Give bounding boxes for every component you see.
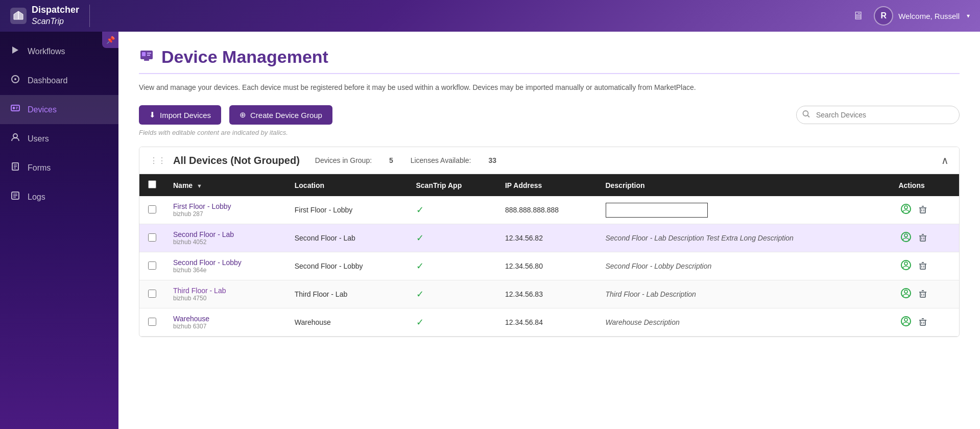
svg-rect-55 <box>920 320 925 325</box>
logs-icon <box>10 190 20 203</box>
sidebar-item-dashboard[interactable]: Dashboard <box>0 66 118 95</box>
actions-cell <box>890 196 959 224</box>
device-model: bizhub 6307 <box>173 323 278 330</box>
description-input[interactable] <box>606 203 708 218</box>
ip-address: 12.34.56.83 <box>497 280 597 308</box>
app-name: DispatcherScanTrip <box>32 5 79 27</box>
forms-icon <box>10 161 20 174</box>
create-group-label: Create Device Group <box>250 111 322 120</box>
row-checkbox[interactable] <box>148 261 156 270</box>
col-actions: Actions <box>890 174 959 196</box>
device-model: bizhub 287 <box>173 210 278 218</box>
check-icon: ✓ <box>416 317 424 327</box>
check-icon: ✓ <box>416 205 424 215</box>
search-container <box>796 106 960 124</box>
device-location: Warehouse <box>286 308 408 337</box>
register-button[interactable] <box>900 288 912 301</box>
svg-point-4 <box>14 78 16 80</box>
table-row: Second Floor - Labbizhub 4052Second Floo… <box>139 224 959 252</box>
sidebar: 📌 Workflows Dashboard <box>0 32 118 429</box>
welcome-text: Welcome, Russell <box>898 12 960 20</box>
col-scantrip: ScanTrip App <box>408 174 497 196</box>
create-device-group-button[interactable]: ⊕ Create Device Group <box>229 105 332 125</box>
row-checkbox[interactable] <box>148 290 156 298</box>
svg-point-54 <box>904 318 907 321</box>
description-cell: Second Floor - Lobby Description <box>597 252 891 280</box>
register-button[interactable] <box>900 203 912 217</box>
svg-rect-5 <box>11 105 19 111</box>
row-checkbox[interactable] <box>148 233 156 242</box>
table-row: Second Floor - Lobbybizhub 364eSecond Fl… <box>139 252 959 280</box>
select-all-checkbox[interactable] <box>148 180 156 188</box>
sidebar-item-users[interactable]: Users <box>0 124 118 153</box>
section-title: All Devices (Not Grouped) <box>173 155 300 166</box>
sidebar-item-devices[interactable]: Devices <box>0 95 118 124</box>
device-model: bizhub 4750 <box>173 295 278 302</box>
sidebar-item-label-forms: Forms <box>28 163 51 173</box>
register-button[interactable] <box>900 259 912 273</box>
dashboard-icon <box>10 74 20 87</box>
sidebar-item-logs[interactable]: Logs <box>0 182 118 211</box>
description-cell: Warehouse Description <box>597 308 891 337</box>
description-text: Second Floor - Lab Description Test Extr… <box>606 234 794 242</box>
description-cell[interactable] <box>597 196 891 224</box>
svg-rect-41 <box>920 264 925 269</box>
search-icon <box>802 110 810 120</box>
svg-line-24 <box>808 115 810 117</box>
sidebar-item-workflows[interactable]: Workflows <box>0 37 118 66</box>
actions-cell <box>890 280 959 308</box>
row-checkbox[interactable] <box>148 205 156 213</box>
scantrip-status: ✓ <box>408 308 497 337</box>
import-label: Import Devices <box>160 111 211 120</box>
table-header-row: Name ▼ Location ScanTrip App IP Address … <box>139 174 959 196</box>
check-icon: ✓ <box>416 289 424 299</box>
svg-point-40 <box>904 262 907 265</box>
device-name-primary: Second Floor - Lab <box>173 230 278 239</box>
svg-rect-22 <box>144 59 149 61</box>
delete-button[interactable] <box>918 317 928 329</box>
register-button[interactable] <box>900 231 912 245</box>
sidebar-item-label-logs: Logs <box>28 193 45 202</box>
ip-address: 888.888.888.888 <box>497 196 597 224</box>
sidebar-item-label-dashboard: Dashboard <box>28 76 67 85</box>
pin-icon: 📌 <box>102 32 118 48</box>
device-name-primary: Second Floor - Lobby <box>173 258 278 267</box>
description-text: Warehouse Description <box>606 318 680 326</box>
sort-icon[interactable]: ▼ <box>197 183 202 189</box>
device-name-cell: Second Floor - Lobbybizhub 364e <box>165 252 286 280</box>
user-badge: R Welcome, Russell ▾ <box>874 6 970 26</box>
col-ip: IP Address <box>497 174 597 196</box>
logo-icon <box>10 8 27 24</box>
sidebar-item-forms[interactable]: Forms <box>0 153 118 182</box>
row-checkbox[interactable] <box>148 318 156 326</box>
svg-point-23 <box>803 111 808 116</box>
svg-point-26 <box>904 206 907 209</box>
device-name-cell: Second Floor - Labbizhub 4052 <box>165 224 286 252</box>
fields-hint: Fields with editable content are indicat… <box>139 129 960 136</box>
delete-button[interactable] <box>918 232 928 245</box>
section-meta: Devices in Group: 5 Licenses Available: … <box>315 156 512 164</box>
content-area: Device Management View and manage your d… <box>118 32 980 429</box>
sidebar-item-label-users: Users <box>28 134 49 144</box>
import-devices-button[interactable]: ⬇ Import Devices <box>139 105 221 125</box>
page-title-icon <box>139 47 154 66</box>
register-button[interactable] <box>900 316 912 329</box>
actions-cell <box>890 224 959 252</box>
devices-table: Name ▼ Location ScanTrip App IP Address … <box>139 174 959 337</box>
collapse-button[interactable]: ∧ <box>941 154 949 166</box>
delete-button[interactable] <box>918 289 928 301</box>
actions-cell <box>890 252 959 280</box>
scantrip-status: ✓ <box>408 252 497 280</box>
svg-rect-27 <box>920 208 925 213</box>
chevron-down-icon[interactable]: ▾ <box>967 12 970 19</box>
table-row: Third Floor - Labbizhub 4750Third Floor … <box>139 280 959 308</box>
scantrip-status: ✓ <box>408 280 497 308</box>
delete-button[interactable] <box>918 204 928 217</box>
search-input[interactable] <box>796 106 960 124</box>
svg-point-9 <box>13 134 17 138</box>
svg-rect-48 <box>920 292 925 297</box>
drag-handle-icon: ⋮⋮ <box>150 156 166 165</box>
delete-button[interactable] <box>918 260 928 273</box>
svg-point-47 <box>904 290 907 293</box>
svg-rect-19 <box>142 52 146 56</box>
